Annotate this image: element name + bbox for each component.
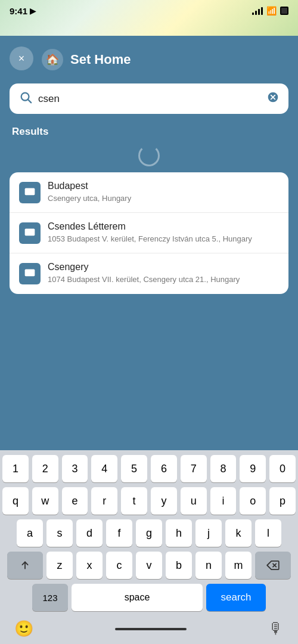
key-l[interactable]: l: [255, 519, 281, 547]
key-8[interactable]: 8: [210, 455, 237, 482]
key-i[interactable]: i: [210, 487, 237, 515]
key-x[interactable]: x: [76, 552, 103, 579]
key-k[interactable]: k: [225, 519, 252, 547]
key-p[interactable]: p: [269, 487, 296, 515]
key-z[interactable]: z: [46, 552, 73, 579]
key-w[interactable]: w: [32, 487, 58, 515]
key-h[interactable]: h: [166, 519, 192, 547]
result-text-2: Csengery 1074 Budapest VII. kerület, Cse…: [48, 262, 279, 285]
key-v[interactable]: v: [136, 552, 162, 579]
keyboard-row-numbers: 1 2 3 4 5 6 7 8 9 0: [2, 455, 296, 482]
key-j[interactable]: j: [195, 519, 222, 547]
battery-icon: [280, 7, 288, 15]
close-button[interactable]: ×: [10, 47, 33, 70]
results-list: Budapest Csengery utca, Hungary Csendes …: [10, 172, 288, 294]
keyboard-row-z: z x c v b n m: [2, 552, 296, 579]
key-d[interactable]: d: [76, 519, 103, 547]
search-container: [10, 83, 288, 114]
result-text-1: Csendes Létterem 1053 Budapest V. kerüle…: [48, 221, 279, 244]
key-4[interactable]: 4: [91, 455, 117, 482]
emoji-icon[interactable]: 🙂: [14, 620, 33, 638]
result-address-0: Csengery utca, Hungary: [48, 193, 279, 204]
close-icon: ×: [18, 52, 25, 65]
svg-rect-13: [25, 270, 35, 277]
key-3[interactable]: 3: [62, 455, 88, 482]
result-name-1: Csendes Létterem: [48, 221, 279, 232]
home-indicator: [115, 628, 187, 630]
result-address-1: 1053 Budapest V. kerület, Ferenczy Istvá…: [48, 234, 279, 244]
keyboard-bottom-bar: 🙂 🎙: [2, 616, 296, 644]
key-r[interactable]: r: [91, 487, 117, 515]
key-a[interactable]: a: [17, 519, 43, 547]
key-g[interactable]: g: [136, 519, 162, 547]
key-e[interactable]: e: [62, 487, 88, 515]
wifi-icon: 📶: [266, 6, 277, 16]
loading-spinner: [138, 145, 160, 166]
keyboard-row-a: a s d f g h j k l: [2, 519, 296, 547]
key-c[interactable]: c: [106, 552, 132, 579]
result-item-0[interactable]: Budapest Csengery utca, Hungary: [10, 172, 288, 213]
status-time: 9:41 ▶: [10, 6, 36, 16]
key-2[interactable]: 2: [32, 455, 58, 482]
key-1[interactable]: 1: [2, 455, 29, 482]
svg-line-1: [28, 100, 31, 103]
key-n[interactable]: n: [195, 552, 222, 579]
result-name-2: Csengery: [48, 262, 279, 273]
key-9[interactable]: 9: [240, 455, 266, 482]
keyboard: 1 2 3 4 5 6 7 8 9 0 q w e r t y u i o p …: [0, 450, 298, 644]
key-q[interactable]: q: [2, 487, 29, 515]
status-bar: 9:41 ▶ 📶: [0, 0, 298, 19]
home-icon: 🏠: [42, 49, 63, 70]
header: 🏠 Set Home: [0, 36, 298, 83]
status-icons: 📶: [252, 6, 288, 16]
shift-key[interactable]: [7, 552, 43, 579]
numbers-key[interactable]: 123: [32, 584, 68, 611]
key-0[interactable]: 0: [269, 455, 296, 482]
svg-rect-5: [25, 188, 35, 196]
key-7[interactable]: 7: [181, 455, 207, 482]
key-6[interactable]: 6: [151, 455, 177, 482]
result-text-0: Budapest Csengery utca, Hungary: [48, 181, 279, 204]
time-display: 9:41: [10, 6, 27, 16]
key-u[interactable]: u: [181, 487, 207, 515]
search-icon: [19, 91, 32, 107]
search-key[interactable]: search: [206, 584, 266, 611]
results-label: Results: [0, 126, 298, 145]
key-5[interactable]: 5: [121, 455, 147, 482]
result-icon-0: [19, 182, 41, 203]
location-icon: ▶: [30, 7, 36, 16]
space-key[interactable]: space: [72, 584, 203, 611]
keyboard-row-q: q w e r t y u i o p: [2, 487, 296, 515]
spinner-container: [0, 145, 298, 166]
result-icon-1: [19, 222, 41, 244]
result-address-2: 1074 Budapest VII. kerület, Csengery utc…: [48, 274, 279, 285]
key-f[interactable]: f: [106, 519, 132, 547]
result-item-1[interactable]: Csendes Létterem 1053 Budapest V. kerüle…: [10, 213, 288, 253]
page-title: Set Home: [70, 52, 131, 67]
key-y[interactable]: y: [151, 487, 177, 515]
result-item-2[interactable]: Csengery 1074 Budapest VII. kerület, Cse…: [10, 253, 288, 293]
microphone-icon[interactable]: 🎙: [268, 620, 284, 638]
key-t[interactable]: t: [121, 487, 147, 515]
key-o[interactable]: o: [240, 487, 266, 515]
backspace-key[interactable]: [255, 552, 291, 579]
svg-rect-9: [25, 229, 35, 236]
result-name-0: Budapest: [48, 181, 279, 191]
key-s[interactable]: s: [46, 519, 73, 547]
key-m[interactable]: m: [225, 552, 252, 579]
search-clear-icon[interactable]: [267, 91, 279, 106]
search-input[interactable]: [38, 93, 261, 105]
key-b[interactable]: b: [166, 552, 192, 579]
keyboard-row-bottom: 123 space search: [2, 584, 296, 611]
result-icon-2: [19, 263, 41, 284]
signal-icon: [252, 7, 263, 15]
